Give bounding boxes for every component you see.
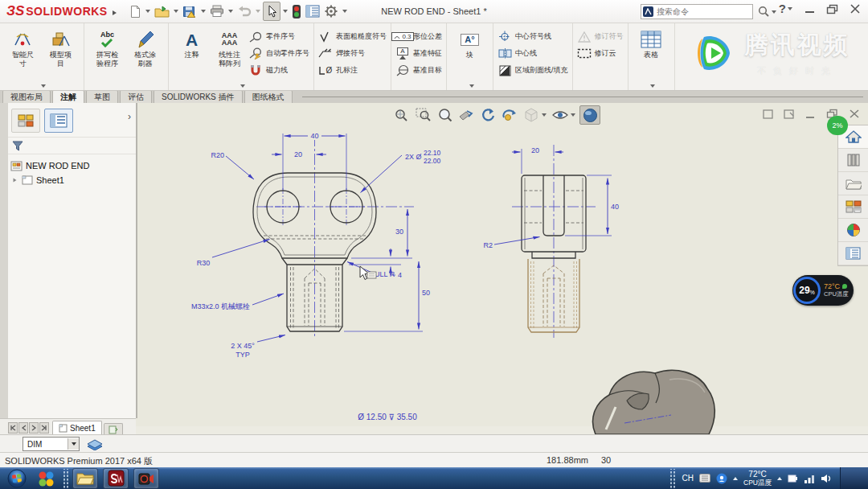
- show-desktop-button[interactable]: [840, 467, 868, 489]
- save-button[interactable]: [181, 2, 199, 20]
- center-mark-button[interactable]: 中心符号线: [497, 30, 568, 43]
- language-indicator[interactable]: CH: [682, 474, 694, 483]
- blue-tray-icon[interactable]: [716, 473, 727, 484]
- taskbar-solidworks-icon[interactable]: [103, 468, 129, 489]
- display-manager-tab[interactable]: [44, 109, 73, 133]
- full-r-note[interactable]: ULL R: [375, 270, 395, 278]
- doc-close-button[interactable]: [849, 109, 860, 119]
- blocks-button[interactable]: A° 块: [451, 25, 489, 88]
- volume-tray-icon[interactable]: [821, 474, 832, 483]
- file-explorer-button[interactable]: [838, 172, 868, 195]
- 3d-drawing-view-button[interactable]: [500, 106, 519, 124]
- tree-expand-icon[interactable]: [13, 179, 16, 183]
- drawing-sheet[interactable]: 40 20 R20 2X Ø 22.10 22.00 30 R30 4 50 U…: [136, 103, 868, 434]
- thread-note[interactable]: M33x2.0 机械螺栓: [191, 302, 250, 310]
- command-search[interactable]: [641, 4, 753, 19]
- print-dropdown-icon[interactable]: [228, 10, 233, 13]
- new-dropdown-icon[interactable]: [145, 10, 150, 13]
- layer-properties-button[interactable]: [86, 438, 104, 450]
- tab-sketch[interactable]: 草图: [86, 90, 118, 103]
- taskbar-recorder-icon[interactable]: [133, 468, 159, 489]
- minimize-button[interactable]: [804, 2, 816, 15]
- note-flyout-icon[interactable]: [240, 84, 245, 88]
- tab-evaluate[interactable]: 评估: [120, 90, 152, 103]
- geometric-tolerance-button[interactable]: 0.3 形位公差: [395, 30, 442, 43]
- feature-tree-tab[interactable]: [11, 109, 40, 133]
- tab-view-layout[interactable]: 视图布局: [2, 90, 51, 103]
- appearances-button[interactable]: [838, 195, 868, 219]
- tables-flyout-icon[interactable]: [650, 84, 655, 88]
- close-button[interactable]: [849, 2, 862, 15]
- select-dropdown-icon[interactable]: [283, 10, 288, 13]
- search-icon[interactable]: [758, 6, 778, 18]
- hole-callout-upper[interactable]: 22.10: [424, 149, 441, 157]
- centerline-button[interactable]: 中心线: [497, 47, 568, 60]
- datum-target-button[interactable]: 基准目标: [395, 64, 442, 77]
- section-view-button[interactable]: [457, 106, 476, 124]
- add-sheet-tab[interactable]: [104, 423, 123, 435]
- dim-30[interactable]: 30: [395, 228, 403, 236]
- filter-funnel-icon[interactable]: [12, 141, 23, 151]
- command-search-input[interactable]: [655, 6, 752, 17]
- battery-tray-icon[interactable]: [788, 474, 798, 483]
- magnifier-button[interactable]: [435, 106, 454, 124]
- hide-show-dropdown-icon[interactable]: [571, 113, 575, 117]
- hole-callout-lower[interactable]: 22.00: [424, 157, 441, 165]
- magnetic-line-button[interactable]: 磁力线: [248, 64, 309, 77]
- linear-note-pattern-button[interactable]: AAA AAA 线性注释阵列: [211, 25, 248, 88]
- auto-balloon-button[interactable]: 自动零件序号: [248, 47, 309, 60]
- help-button[interactable]: ?: [779, 2, 794, 15]
- display-style-dropdown-icon[interactable]: [542, 113, 547, 117]
- doc-minimize-button[interactable]: [805, 109, 816, 119]
- dim-r20[interactable]: R20: [211, 151, 224, 159]
- open-button[interactable]: [153, 2, 171, 20]
- first-sheet-button[interactable]: [8, 422, 18, 434]
- tree-root-row[interactable]: NEW ROD END: [10, 158, 133, 173]
- model-3d-preview[interactable]: [593, 370, 715, 434]
- hide-show-items-button[interactable]: [551, 106, 570, 124]
- dim-r2[interactable]: R2: [483, 241, 493, 249]
- surface-finish-button[interactable]: 表面粗糙度符号: [318, 30, 387, 43]
- area-hatch-button[interactable]: 区域剖面线/填充: [497, 64, 568, 77]
- property-manager-icon[interactable]: [304, 2, 321, 20]
- home-tab-button[interactable]: 2%: [838, 125, 868, 149]
- hole-callout-prefix[interactable]: 2X Ø: [405, 153, 422, 161]
- blocks-flyout-icon[interactable]: [469, 84, 474, 88]
- dimension-flyout-icon[interactable]: [41, 84, 46, 88]
- tray-expand-icon-2[interactable]: [777, 477, 782, 480]
- undo-dropdown-icon[interactable]: [256, 10, 260, 13]
- network-tray-icon[interactable]: [804, 474, 815, 483]
- design-library-button[interactable]: [838, 149, 868, 172]
- note-button[interactable]: A 注释: [173, 25, 211, 88]
- select-tool-button[interactable]: [263, 2, 280, 21]
- interference-check-icon[interactable]: [290, 2, 303, 20]
- dim-50[interactable]: 50: [422, 289, 430, 297]
- weld-symbol-button[interactable]: 焊接符号: [318, 47, 387, 60]
- next-sheet-button[interactable]: [29, 422, 39, 434]
- save-dropdown-icon[interactable]: [201, 10, 206, 13]
- open-dropdown-icon[interactable]: [174, 10, 178, 13]
- tray-cpu-temp[interactable]: 72°C CPU温度: [743, 471, 772, 487]
- custom-properties-button[interactable]: [838, 242, 868, 265]
- layer-combo[interactable]: DIM: [23, 437, 80, 451]
- dim-40[interactable]: 40: [310, 132, 318, 140]
- keyboard-tray-icon[interactable]: [699, 474, 710, 483]
- hole-depth-note[interactable]: Ø 12.50 ⊽ 35.50: [358, 413, 417, 421]
- hole-callout-button[interactable]: Ø 孔标注: [318, 64, 387, 77]
- doc-new-window-icon[interactable]: [784, 109, 794, 119]
- balloon-button[interactable]: 零件序号: [248, 30, 309, 43]
- print-button[interactable]: [208, 2, 226, 20]
- smart-dimension-button[interactable]: 智能尺寸: [4, 25, 42, 88]
- zoom-area-button[interactable]: [413, 106, 432, 124]
- panel-expand-arrow[interactable]: ›: [128, 111, 131, 122]
- tab-sheet-format[interactable]: 图纸格式: [244, 90, 293, 103]
- spell-checker-button[interactable]: Abc 拼写检验程序: [88, 25, 126, 88]
- dim-20[interactable]: 20: [294, 150, 302, 158]
- side-dim-20[interactable]: 20: [531, 146, 539, 154]
- search-dropdown-icon[interactable]: [772, 10, 776, 14]
- dim-4[interactable]: 4: [398, 271, 402, 279]
- sheet1-tab[interactable]: Sheet1: [52, 421, 102, 435]
- datum-feature-button[interactable]: A 基准特征: [395, 47, 442, 60]
- chamfer-note-line1[interactable]: 2 X 45°: [231, 342, 255, 350]
- tree-sheet-row[interactable]: Sheet1: [10, 173, 133, 187]
